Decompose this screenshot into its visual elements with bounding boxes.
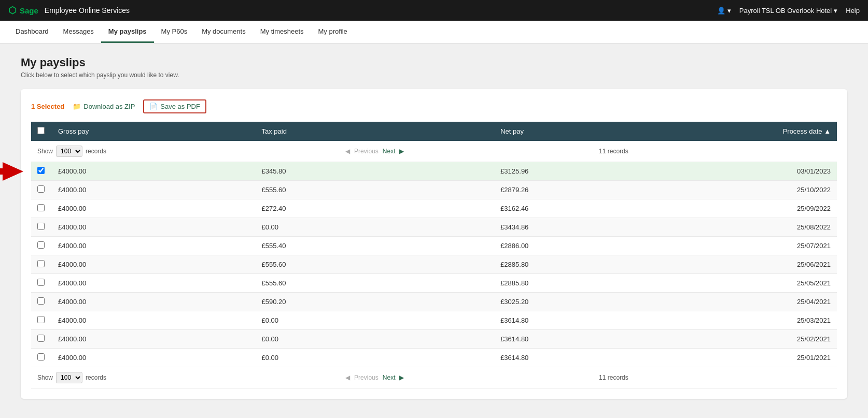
row-net-pay: £3125.96 <box>494 162 635 181</box>
row-checkbox[interactable] <box>37 335 45 342</box>
top-pagination-show: Show 10 25 50 100 records <box>31 141 255 162</box>
row-checkbox-cell <box>31 274 52 293</box>
user-menu[interactable]: 👤 ▾ <box>717 7 731 15</box>
previous-link-bottom[interactable]: Previous <box>354 374 379 381</box>
header-gross-pay: Gross pay <box>52 122 255 141</box>
table-header-row: Gross pay Tax paid Net pay Process date … <box>31 122 837 141</box>
pdf-icon: 📄 <box>149 103 158 110</box>
row-gross-pay: £4000.00 <box>52 181 255 199</box>
nav-dashboard[interactable]: Dashboard <box>8 21 56 43</box>
row-tax-paid: £272.40 <box>255 199 494 218</box>
top-nav-left: ⬡ Sage Employee Online Services <box>8 5 130 16</box>
left-chevron-icon: ◀ <box>345 148 350 155</box>
row-process-date: 25/02/2021 <box>635 330 837 349</box>
row-checkbox[interactable] <box>37 297 45 305</box>
user-icon: 👤 <box>717 7 725 15</box>
row-checkbox-cell <box>31 311 52 330</box>
page-content: My payslips Click below to select which … <box>0 44 868 411</box>
select-all-checkbox[interactable] <box>37 127 45 134</box>
header-process-date[interactable]: Process date ▲ <box>635 122 837 141</box>
bottom-pagination-count: 11 records <box>494 367 635 388</box>
header-tax-paid: Tax paid <box>255 122 494 141</box>
row-checkbox-cell <box>31 218 52 237</box>
row-checkbox[interactable] <box>37 353 45 361</box>
table-row: £4000.00£0.00£3434.8625/08/2022 <box>31 218 837 237</box>
show-label: Show <box>37 148 53 155</box>
selected-count: 1 Selected <box>31 103 64 110</box>
row-checkbox[interactable] <box>37 279 45 286</box>
row-gross-pay: £4000.00 <box>52 330 255 349</box>
row-net-pay: £3025.20 <box>494 293 635 311</box>
nav-my-p60s[interactable]: My P60s <box>154 21 195 43</box>
nav-my-profile[interactable]: My profile <box>311 21 355 43</box>
row-net-pay: £2885.80 <box>494 255 635 274</box>
row-gross-pay: £4000.00 <box>52 274 255 293</box>
download-zip-button[interactable]: 📁 Download as ZIP <box>73 103 135 110</box>
help-link[interactable]: Help <box>846 7 860 15</box>
table-row: £4000.00£555.60£2879.2625/10/2022 <box>31 181 837 199</box>
row-tax-paid: £0.00 <box>255 311 494 330</box>
row-checkbox-cell <box>31 199 52 218</box>
row-checkbox[interactable] <box>37 223 45 230</box>
nav-my-documents[interactable]: My documents <box>194 21 253 43</box>
row-process-date: 25/08/2022 <box>635 218 837 237</box>
row-gross-pay: £4000.00 <box>52 218 255 237</box>
nav-messages[interactable]: Messages <box>56 21 101 43</box>
row-tax-paid: £345.80 <box>255 162 494 181</box>
row-checkbox-cell <box>31 255 52 274</box>
row-tax-paid: £0.00 <box>255 218 494 237</box>
row-checkbox[interactable] <box>37 167 45 174</box>
save-pdf-button[interactable]: 📄 Save as PDF <box>143 99 206 113</box>
row-process-date: 25/06/2021 <box>635 255 837 274</box>
bottom-pagination-row: Show 102550100 records ◀ Previous Next ▶… <box>31 367 837 388</box>
nav-my-timesheets[interactable]: My timesheets <box>253 21 311 43</box>
row-checkbox[interactable] <box>37 204 45 211</box>
next-link-top[interactable]: Next <box>383 148 396 155</box>
header-net-pay: Net pay <box>494 122 635 141</box>
records-label-top: records <box>86 148 106 155</box>
row-tax-paid: £590.20 <box>255 293 494 311</box>
row-checkbox-cell <box>31 181 52 199</box>
logo-text: Sage <box>20 6 38 15</box>
bottom-pagination-show: Show 102550100 records <box>31 367 255 388</box>
app-title: Employee Online Services <box>45 6 130 15</box>
records-label-bottom: records <box>86 374 106 381</box>
row-checkbox-cell <box>31 293 52 311</box>
row-checkbox[interactable] <box>37 260 45 267</box>
next-link-bottom[interactable]: Next <box>383 374 396 381</box>
table-row: £4000.00£590.20£3025.2025/04/2021 <box>31 293 837 311</box>
secondary-nav: Dashboard Messages My payslips My P60s M… <box>0 21 868 44</box>
payroll-menu[interactable]: Payroll TSL OB Overlook Hotel ▾ <box>739 7 837 15</box>
row-gross-pay: £4000.00 <box>52 199 255 218</box>
previous-link-top[interactable]: Previous <box>354 148 379 155</box>
payslips-table: Gross pay Tax paid Net pay Process date … <box>31 122 837 388</box>
row-net-pay: £3614.80 <box>494 330 635 349</box>
main-card: 1 Selected 📁 Download as ZIP 📄 Save as P… <box>21 89 847 399</box>
table-row: £4000.00£0.00£3614.8025/02/2021 <box>31 330 837 349</box>
row-checkbox-cell <box>31 162 52 181</box>
table-row: £4000.00£555.60£2885.8025/06/2021 <box>31 255 837 274</box>
action-bar: 1 Selected 📁 Download as ZIP 📄 Save as P… <box>31 99 837 113</box>
row-process-date: 25/04/2021 <box>635 293 837 311</box>
payroll-dropdown-arrow: ▾ <box>834 7 837 15</box>
top-pagination-count: 11 records <box>494 141 635 162</box>
row-net-pay: £2886.00 <box>494 237 635 255</box>
table-row: £4000.00£555.40£2886.0025/07/2021 <box>31 237 837 255</box>
row-net-pay: £2879.26 <box>494 181 635 199</box>
show-select-top[interactable]: 10 25 50 100 <box>56 146 82 157</box>
row-checkbox[interactable] <box>37 316 45 323</box>
row-process-date: 25/05/2021 <box>635 274 837 293</box>
row-process-date: 25/10/2022 <box>635 181 837 199</box>
row-gross-pay: £4000.00 <box>52 311 255 330</box>
row-gross-pay: £4000.00 <box>52 237 255 255</box>
row-checkbox[interactable] <box>37 241 45 249</box>
row-checkbox-cell <box>31 330 52 349</box>
row-process-date: 25/09/2022 <box>635 199 837 218</box>
row-process-date: 25/03/2021 <box>635 311 837 330</box>
row-net-pay: £3162.46 <box>494 199 635 218</box>
row-checkbox[interactable] <box>37 185 45 193</box>
show-select-bottom[interactable]: 102550100 <box>56 372 82 383</box>
row-tax-paid: £555.60 <box>255 181 494 199</box>
row-tax-paid: £555.60 <box>255 255 494 274</box>
nav-my-payslips[interactable]: My payslips <box>101 21 154 43</box>
